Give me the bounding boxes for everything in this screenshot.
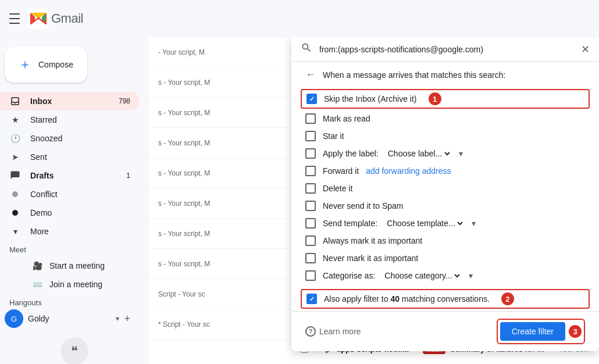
step-1-circle: 1 — [429, 92, 441, 105]
always-important-checkbox[interactable] — [305, 235, 316, 246]
always-important-label: Always mark it as important — [323, 236, 422, 245]
filter-option-always-important: Always mark it as important — [305, 232, 585, 249]
sidebar-item-hangouts-user[interactable]: G Goldy ▾ + — [0, 309, 140, 328]
categorise-select[interactable]: Choose category... — [382, 270, 462, 281]
email-preview: - Your script, M — [158, 48, 205, 56]
filter-option-star-it: Star it — [305, 127, 585, 145]
add-forwarding-address-link[interactable]: add forwarding address — [366, 166, 451, 176]
filter-option-categorise: Categorise as: Choose category... ▾ — [305, 267, 585, 284]
forward-it-label: Forward it — [323, 166, 359, 176]
sidebar-item-snoozed[interactable]: 🕐 Snoozed — [0, 129, 140, 148]
drafts-count: 1 — [126, 172, 130, 180]
drafts-icon — [9, 170, 21, 181]
search-bar: from:(apps-scripts-notifications@google.… — [291, 37, 599, 62]
conflict-label: Conflict — [30, 190, 130, 199]
send-template-chevron: ▾ — [472, 219, 476, 228]
create-filter-button[interactable]: Create filter — [500, 322, 565, 341]
close-icon[interactable]: ✕ — [581, 43, 590, 56]
sidebar-item-more[interactable]: ▾ More — [0, 222, 140, 241]
never-important-checkbox[interactable] — [305, 253, 316, 263]
sidebar-item-demo[interactable]: Demo — [0, 204, 140, 222]
filter-option-send-template: Send template: Choose template... ▾ — [305, 215, 585, 232]
sidebar-item-sent[interactable]: ➤ Sent — [0, 148, 140, 166]
skip-inbox-label: Skip the Inbox (Archive it) — [324, 94, 417, 104]
filter-subtitle-text: When a message arrives that matches this… — [323, 70, 505, 80]
add-hangout-icon[interactable]: + — [124, 313, 130, 325]
also-apply-checkbox[interactable] — [306, 294, 317, 304]
apply-label-select[interactable]: Choose label... — [386, 148, 452, 159]
filter-option-skip-inbox-box: Skip the Inbox (Archive it) 1 — [301, 89, 590, 109]
more-chevron-icon: ▾ — [9, 226, 21, 237]
sidebar-item-inbox[interactable]: Inbox 798 — [0, 92, 140, 110]
skip-inbox-checkbox[interactable] — [306, 94, 317, 104]
matching-count: 40 — [390, 294, 400, 304]
back-arrow-icon[interactable]: ← — [305, 69, 316, 81]
inbox-label: Inbox — [30, 97, 119, 106]
top-bar: Gmail — [0, 0, 599, 37]
sidebar-item-conflict[interactable]: Conflict — [0, 185, 140, 204]
sidebar-item-drafts[interactable]: Drafts 1 — [0, 166, 140, 185]
sidebar-item-start-meeting[interactable]: 🎥 Start a meeting — [0, 256, 140, 275]
categorise-label: Categorise as: — [323, 271, 375, 280]
forward-it-checkbox[interactable] — [305, 166, 316, 176]
step-3-circle: 3 — [569, 325, 582, 338]
conflict-label-dot — [9, 188, 21, 200]
user-avatar: G — [5, 309, 23, 328]
user-name-label: Goldy — [28, 314, 116, 323]
main-layout: ＋ Compose Inbox 798 ★ Starred 🕐 Snoozed … — [0, 37, 599, 364]
join-meeting-label: Join a meeting — [49, 280, 102, 289]
learn-more-link[interactable]: ? Learn more — [305, 326, 361, 337]
never-important-label: Never mark it as important — [323, 254, 418, 263]
chevron-down-icon: ▾ — [116, 315, 119, 323]
sidebar: ＋ Compose Inbox 798 ★ Starred 🕐 Snoozed … — [0, 37, 149, 364]
filter-option-delete-it: Delete it — [305, 180, 585, 197]
compose-label: Compose — [38, 60, 73, 69]
categorise-checkbox[interactable] — [305, 270, 316, 281]
step-2-circle: 2 — [501, 292, 514, 305]
send-template-checkbox[interactable] — [305, 218, 316, 229]
content-area: - Your script, M s - Your script, M s - … — [149, 37, 599, 364]
sidebar-item-join-meeting[interactable]: ⌨️ Join a meeting — [0, 275, 140, 294]
gmail-m-icon — [28, 8, 49, 29]
meet-section-label: Meet — [0, 241, 149, 256]
snoozed-label: Snoozed — [30, 134, 130, 143]
filter-options: Skip the Inbox (Archive it) 1 Mark as re… — [291, 88, 599, 311]
filter-footer: ? Learn more Create filter 3 — [291, 311, 599, 351]
mark-read-checkbox[interactable] — [305, 113, 316, 124]
delete-it-checkbox[interactable] — [305, 183, 316, 194]
snoozed-icon: 🕐 — [9, 133, 21, 144]
quotes-icon: ❝ — [60, 337, 88, 364]
also-apply-filter-box: Also apply filter to 40 matching convers… — [301, 289, 590, 309]
gmail-logo: Gmail — [28, 8, 83, 29]
filter-option-apply-label: Apply the label: Choose label... ▾ — [305, 145, 585, 162]
filter-option-never-spam: Never send it to Spam — [305, 197, 585, 215]
compose-button[interactable]: ＋ Compose — [5, 47, 87, 83]
filter-option-mark-read: Mark as read — [305, 110, 585, 127]
filter-option-forward-it: Forward it add forwarding address — [305, 162, 585, 180]
apply-label-text: Apply the label: — [323, 149, 379, 158]
sidebar-item-starred[interactable]: ★ Starred — [0, 110, 140, 129]
also-apply-label: Also apply filter to 40 matching convers… — [324, 294, 490, 304]
hangouts-section-label: Hangouts — [0, 294, 149, 309]
never-spam-checkbox[interactable] — [305, 201, 316, 211]
send-template-label: Send template: — [323, 219, 377, 228]
question-circle-icon: ? — [305, 326, 316, 337]
sent-label: Sent — [30, 152, 130, 162]
video-camera-icon: 🎥 — [33, 261, 42, 270]
demo-label-dot — [9, 207, 21, 219]
compose-plus-icon: ＋ — [19, 56, 31, 73]
never-spam-label: Never send it to Spam — [323, 201, 404, 210]
send-template-select[interactable]: Choose template... — [384, 218, 465, 229]
apply-label-checkbox[interactable] — [305, 148, 316, 159]
mark-read-label: Mark as read — [323, 114, 370, 123]
drafts-label: Drafts — [30, 171, 126, 180]
hamburger-menu-icon[interactable] — [9, 12, 23, 26]
start-meeting-label: Start a meeting — [49, 261, 105, 270]
search-icon — [301, 42, 312, 56]
demo-label: Demo — [30, 208, 130, 217]
filter-modal: from:(apps-scripts-notifications@google.… — [291, 37, 599, 351]
more-label: More — [30, 227, 130, 236]
star-it-checkbox[interactable] — [305, 131, 316, 141]
delete-it-label: Delete it — [323, 184, 352, 193]
star-it-label: Star it — [323, 131, 344, 141]
